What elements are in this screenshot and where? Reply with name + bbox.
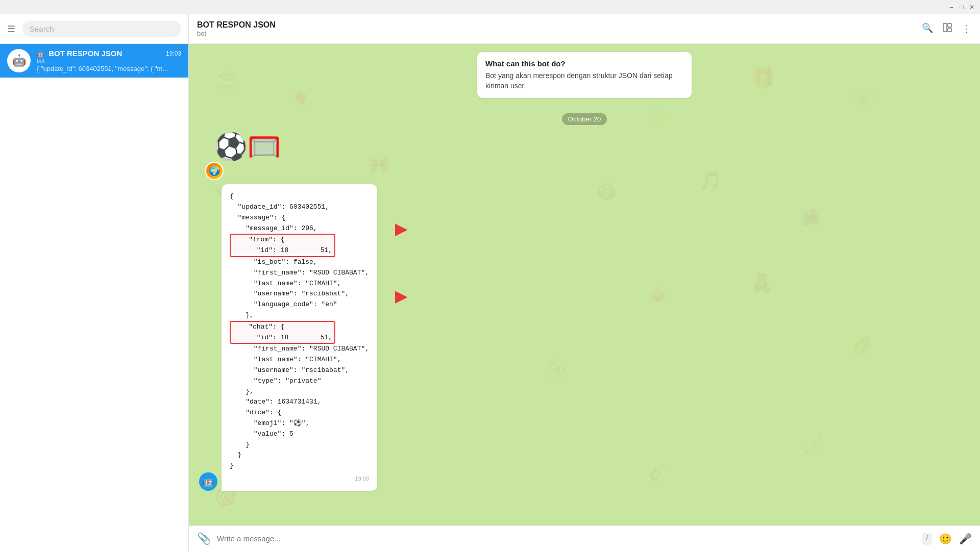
chat-background: 🎂 🎈 🍭 ⭐ 🎁 🌸 🦋 🎀 🍪 🎵 🌺 🐱 🎪 🧸 🍦 🎠	[189, 44, 980, 525]
svg-rect-2	[948, 28, 951, 32]
chat-main: BOT RESPON JSON bot 🔍 ⋮	[189, 14, 980, 551]
search-input[interactable]: Search	[22, 21, 181, 37]
hamburger-icon[interactable]: ☰	[7, 23, 15, 35]
chat-info: 🤖 BOT RESPON JSON 19:03 bot { "update_id…	[37, 49, 181, 72]
highlight-chat: "chat": { "id": 18 51,	[230, 321, 335, 344]
bot-label: bot	[37, 58, 181, 64]
soccer-sticker-area: ⚽🥅 🌍	[204, 133, 281, 180]
bot-info-box: What can this bot do? Bot yang akan mere…	[477, 52, 692, 98]
layout-icon[interactable]	[942, 22, 952, 35]
message-row: 🤖 { "update_id": 603402551, "message": {…	[199, 184, 970, 490]
minimize-button[interactable]: –	[947, 3, 955, 11]
chat-content: What can this bot do? Bot yang akan mere…	[199, 52, 970, 491]
maximize-button[interactable]: □	[958, 3, 966, 11]
bot-avatar-sticker: 🌍	[205, 162, 224, 180]
message-bubble: { "update_id": 603402551, "message": { "…	[222, 184, 377, 490]
menu-icon[interactable]: ⋮	[962, 22, 972, 35]
svg-rect-0	[943, 23, 947, 32]
bot-info-description: Bot yang akan merespon dengan struktur J…	[485, 71, 683, 91]
red-arrow-2: ▶	[395, 286, 408, 306]
titlebar: – □ ✕	[0, 0, 980, 14]
chat-name: 🤖 BOT RESPON JSON	[37, 49, 122, 58]
close-button[interactable]: ✕	[968, 3, 976, 11]
emoji-icon[interactable]: 🙂	[939, 533, 952, 545]
chat-preview: { "update_id": 603402551, "message": { "…	[37, 65, 181, 72]
red-arrow-1: ▶	[395, 219, 408, 238]
json-content: { "update_id": 603402551, "message": { "…	[230, 191, 369, 471]
chat-header: BOT RESPON JSON bot 🔍 ⋮	[189, 14, 980, 44]
soccer-sticker: ⚽🥅	[214, 133, 281, 160]
message-bubble-container: { "update_id": 603402551, "message": { "…	[222, 184, 377, 490]
bot-info-title: What can this bot do?	[485, 59, 683, 68]
highlight-from: "from": { "id": 18 51,	[230, 234, 335, 257]
chat-time: 19:03	[166, 50, 181, 57]
attach-icon[interactable]: 📎	[197, 532, 211, 545]
chat-header-title: BOT RESPON JSON	[197, 20, 922, 30]
sidebar: ☰ Search 🤖 🤖 BOT RESPON JSON 19:03 bot {…	[0, 14, 189, 551]
chat-input-area: 📎 / 🙂 🎤	[189, 525, 980, 551]
chat-header-info: BOT RESPON JSON bot	[197, 20, 922, 37]
sidebar-header: ☰ Search	[0, 14, 188, 44]
bot-avatar-message: 🤖	[199, 472, 217, 491]
svg-rect-1	[948, 23, 951, 27]
date-divider: October 20	[562, 113, 607, 125]
message-input[interactable]	[217, 531, 916, 546]
chat-header-subtitle: bot	[197, 30, 922, 37]
chat-name-row: 🤖 BOT RESPON JSON 19:03	[37, 49, 181, 58]
app-container: ☰ Search 🤖 🤖 BOT RESPON JSON 19:03 bot {…	[0, 14, 980, 551]
input-icons: / 🙂 🎤	[922, 533, 972, 545]
message-time: 19:03	[230, 474, 369, 484]
shortcut-icon[interactable]: /	[922, 533, 932, 545]
avatar: 🤖	[7, 49, 31, 72]
chat-list-item[interactable]: 🤖 🤖 BOT RESPON JSON 19:03 bot { "update_…	[0, 44, 188, 78]
mic-icon[interactable]: 🎤	[959, 533, 972, 545]
chat-header-icons: 🔍 ⋮	[922, 22, 972, 35]
search-icon[interactable]: 🔍	[922, 22, 933, 35]
